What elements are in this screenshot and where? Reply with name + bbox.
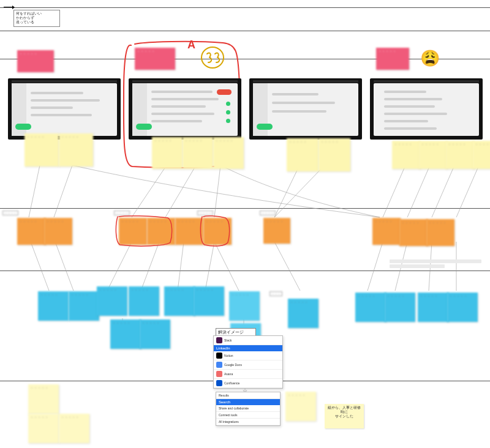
ink-orange-right: [198, 213, 233, 250]
app-slack[interactable]: Slack: [224, 338, 232, 342]
screenshot-2[interactable]: [129, 78, 241, 140]
bl-5[interactable]: ・・・・・: [164, 286, 195, 316]
y1-11[interactable]: ・・・・・: [473, 141, 490, 169]
svg-line-9: [432, 165, 454, 217]
or-2[interactable]: ・・・・・: [44, 218, 72, 245]
svg-line-10: [456, 165, 479, 217]
context-label: 何をすればいい かわからず 迷っている: [13, 10, 60, 27]
bl-2[interactable]: ・・・・・: [69, 291, 99, 321]
bl-1[interactable]: ・・・・・: [38, 291, 69, 321]
screenshot-3[interactable]: [249, 78, 362, 140]
svg-line-12: [55, 242, 74, 291]
or-8[interactable]: ・・・・・: [372, 218, 401, 245]
svg-line-7: [383, 165, 405, 217]
timeline-arrow: [4, 7, 12, 7]
svg-line-11: [31, 242, 49, 291]
svg-line-5: [274, 165, 300, 217]
tool-picker-panel[interactable]: Slack LinkedIn Notion Google Docs Asana …: [213, 335, 283, 389]
weary-face-emoji: 😩: [420, 50, 440, 66]
app-gdocs[interactable]: Google Docs: [224, 363, 242, 367]
orange-tag-1: ・・・・: [2, 211, 18, 215]
panel2-hl[interactable]: Search: [216, 399, 280, 405]
ink-orange-left: [114, 213, 175, 250]
app-linkedin[interactable]: LinkedIn: [216, 346, 230, 350]
y1-9[interactable]: ・・・・・: [419, 141, 447, 169]
svg-line-18: [274, 242, 300, 291]
or-1[interactable]: ・・・・・: [17, 218, 45, 245]
pink-note-3[interactable]: ・・・・・: [376, 48, 409, 70]
y1-6[interactable]: ・・・・・: [287, 138, 318, 171]
panel2-r4[interactable]: All integrations: [216, 419, 280, 425]
yb-1[interactable]: ・・・・・: [28, 384, 59, 414]
bl-8[interactable]: ・・・・・: [288, 299, 318, 328]
svg-point-26: [202, 47, 224, 68]
bl-7[interactable]: ・・・・・: [229, 291, 260, 321]
yb-5[interactable]: 紙やら、人事と研修時に サインした: [325, 404, 364, 428]
screenshot-1[interactable]: [8, 78, 121, 140]
panel2-r0[interactable]: Results: [216, 392, 280, 399]
or-7[interactable]: ・・・・・: [263, 218, 290, 244]
bl-3[interactable]: ・・・・・: [97, 286, 127, 316]
svg-line-1: [54, 165, 72, 217]
app-confluence[interactable]: Confluence: [224, 381, 239, 385]
or-10[interactable]: ・・・・・: [426, 219, 454, 246]
svg-line-15: [178, 242, 184, 291]
bl-13[interactable]: ・・・・・: [110, 319, 141, 349]
yb-2[interactable]: ・・・・・: [28, 414, 59, 443]
or-9[interactable]: ・・・・・: [399, 219, 428, 246]
y1-7[interactable]: ・・・・・: [318, 138, 350, 171]
panel2-r3[interactable]: Connect tools: [216, 412, 280, 419]
pink-note-1[interactable]: ・・・・・: [17, 50, 54, 72]
ink-label-a: A: [187, 38, 195, 52]
bl-9[interactable]: ・・・・・: [355, 293, 386, 322]
y1-8[interactable]: ・・・・・: [392, 141, 420, 169]
bl-6[interactable]: ・・・・・: [194, 286, 224, 316]
app-notion[interactable]: Notion: [224, 354, 233, 357]
y1-3[interactable]: ・・・・・: [152, 137, 183, 169]
y1-4[interactable]: ・・・・・: [183, 137, 213, 169]
y1-10[interactable]: ・・・・・: [446, 141, 474, 169]
svg-line-0: [29, 165, 40, 217]
svg-line-8: [407, 165, 430, 217]
panel2-r2[interactable]: Share and collaborate: [216, 405, 280, 412]
blue-side-label: ・・・: [270, 291, 282, 296]
y1-1[interactable]: ・・・・・: [24, 133, 59, 166]
bl-14[interactable]: ・・・・・: [140, 319, 170, 349]
bl-11[interactable]: ・・・・・: [418, 293, 448, 322]
orange-tag-4: ・・・・: [260, 211, 276, 215]
y1-5[interactable]: ・・・・・: [213, 137, 244, 169]
bl-12[interactable]: ・・・・・: [447, 293, 478, 322]
result-panel[interactable]: Results Search Share and collaborate Con…: [216, 392, 281, 426]
bl-4[interactable]: ・・・・・: [129, 286, 159, 316]
screenshot-4[interactable]: [370, 78, 483, 140]
svg-line-6: [274, 165, 325, 217]
bl-10[interactable]: ・・・・・: [385, 293, 415, 322]
yb-4[interactable]: ・・・・・: [285, 392, 316, 421]
svg-line-19: [368, 242, 383, 291]
yb-3[interactable]: ・・・・・: [59, 414, 89, 443]
app-asana[interactable]: Asana: [224, 372, 233, 376]
ink-circle-55: [200, 45, 225, 70]
y1-2[interactable]: ・・・・・: [59, 133, 93, 166]
